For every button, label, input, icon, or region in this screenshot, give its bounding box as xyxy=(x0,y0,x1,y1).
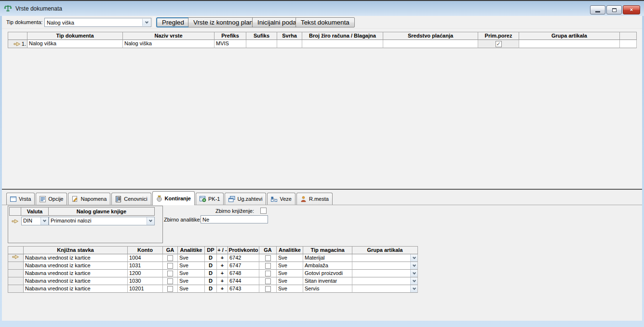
cell-tip-magacina[interactable]: Servis xyxy=(303,285,352,293)
cell-konto[interactable]: 1200 xyxy=(128,270,163,277)
cell-protivkonto[interactable]: 6747 xyxy=(228,262,259,270)
ga-checkbox[interactable] xyxy=(167,271,173,276)
row-selector[interactable] xyxy=(8,270,24,277)
cell-plus-minus[interactable]: + xyxy=(217,254,228,262)
cell-analitike[interactable]: Sve xyxy=(178,270,205,277)
row-selector[interactable]: 1. xyxy=(8,40,27,48)
tab-r-mesta[interactable]: R.mesta xyxy=(296,193,333,205)
cell-knjizna-stavka[interactable]: Nabavna vrednost iz kartice xyxy=(24,277,128,285)
tab-opcije[interactable]: Opcije xyxy=(36,193,67,205)
cell-tip-magacina[interactable]: Ambalaža xyxy=(303,262,352,270)
valuta-dropdown-button[interactable] xyxy=(40,217,48,225)
tekst-dokumenta-button[interactable]: Tekst dokumenta xyxy=(295,17,355,27)
cell-protivkonto[interactable]: 6748 xyxy=(228,270,259,277)
cell-knjizna-stavka[interactable]: Nabavna vrednost iz kartice xyxy=(24,285,128,293)
cell-knjizna-stavka[interactable]: Nabavna vrednost iz kartice xyxy=(24,262,128,270)
cell-analitike[interactable]: Sve xyxy=(178,277,205,285)
ga-checkbox[interactable] xyxy=(265,263,271,269)
tab-kontiranje[interactable]: Kontiranje xyxy=(152,191,195,205)
grupa-dropdown-button[interactable] xyxy=(410,285,417,292)
tip-dokumenta-dropdown-button[interactable] xyxy=(142,19,150,26)
grupa-dropdown-button[interactable] xyxy=(410,277,417,285)
tab-vrsta[interactable]: Vrsta xyxy=(6,193,35,205)
ga-checkbox[interactable] xyxy=(265,278,271,284)
ga-checkbox[interactable] xyxy=(167,278,173,284)
cell-dp[interactable]: D xyxy=(205,254,217,262)
cell-grupa-artikala[interactable] xyxy=(519,40,620,48)
cell-analitike-2[interactable]: Sve xyxy=(277,285,303,293)
cell-analitike[interactable]: Sve xyxy=(178,254,205,262)
valuta-row-selector[interactable] xyxy=(9,217,21,225)
ga-checkbox[interactable] xyxy=(265,271,271,276)
cell-konto[interactable]: 10201 xyxy=(128,285,163,293)
zbirno-knjizenje-checkbox[interactable] xyxy=(260,208,267,214)
cell-konto[interactable]: 1004 xyxy=(128,254,163,262)
cell-plus-minus[interactable]: + xyxy=(217,270,228,277)
tab-ug-zahtevi[interactable]: Ug.zahtevi xyxy=(225,193,266,205)
ga-checkbox[interactable] xyxy=(167,255,173,261)
cell-plus-minus[interactable]: + xyxy=(217,285,228,293)
cell-tip-magacina[interactable]: Sitan inventar xyxy=(303,277,352,285)
tip-dokumenta-select[interactable]: Nalog viška xyxy=(44,18,151,27)
grupa-artikala-combo[interactable] xyxy=(352,285,418,293)
ga-checkbox[interactable] xyxy=(167,286,173,292)
cell-knjizna-stavka[interactable]: Nabavna vrednost iz kartice xyxy=(24,254,128,262)
table-row[interactable]: Nabavna vrednost iz kartice 1200 Sve D +… xyxy=(8,270,418,277)
grupa-artikala-combo[interactable] xyxy=(352,254,418,262)
cell-protivkonto[interactable]: 6744 xyxy=(228,277,259,285)
grupa-dropdown-button[interactable] xyxy=(410,254,417,262)
cell-analitike-2[interactable]: Sve xyxy=(277,270,303,277)
nalog-dropdown-button[interactable] xyxy=(147,217,154,225)
cell-svrha[interactable] xyxy=(277,40,302,48)
ga-checkbox[interactable] xyxy=(167,263,173,269)
table-row[interactable]: 1. Nalog viška Nalog viška MVIS xyxy=(8,40,637,48)
table-row[interactable]: Nabavna vrednost iz kartice 10201 Sve D … xyxy=(8,285,418,293)
table-row[interactable]: Nabavna vrednost iz kartice 1031 Sve D +… xyxy=(8,262,418,270)
grupa-dropdown-button[interactable] xyxy=(410,270,417,277)
ga-checkbox[interactable] xyxy=(265,286,271,292)
table-row[interactable]: Nabavna vrednost iz kartice 1004 Sve D +… xyxy=(8,254,418,262)
cell-analitike-2[interactable]: Sve xyxy=(277,262,303,270)
table-row[interactable]: Nabavna vrednost iz kartice 1030 Sve D +… xyxy=(8,277,418,285)
cell-analitike-2[interactable]: Sve xyxy=(277,254,303,262)
cell-tip-magacina[interactable]: Materijal xyxy=(303,254,352,262)
valuta-select[interactable]: DIN xyxy=(21,217,49,225)
minimize-button[interactable] xyxy=(590,5,605,14)
tab-cenovnici[interactable]: Cenovnici xyxy=(111,193,151,205)
tab-napomena[interactable]: Napomena xyxy=(68,193,110,205)
cell-tip-dokumenta[interactable]: Nalog viška xyxy=(27,40,123,48)
grupa-artikala-combo[interactable] xyxy=(352,262,418,270)
tab-veze[interactable]: Veze xyxy=(267,193,295,205)
nalog-glavne-knjige-select[interactable]: Primanotni nalozi xyxy=(49,217,155,225)
row-selector[interactable] xyxy=(8,262,24,270)
tab-pk-1[interactable]: PK-1 xyxy=(196,193,224,205)
cell-analitike[interactable]: Sve xyxy=(178,285,205,293)
ga-checkbox[interactable] xyxy=(265,255,271,261)
valuta-data-row[interactable]: DIN Primanotni nalozi xyxy=(9,217,162,225)
titlebar[interactable]: Vrste dokumenata × xyxy=(0,0,644,16)
grupa-dropdown-button[interactable] xyxy=(410,262,417,269)
row-selector[interactable] xyxy=(8,285,24,293)
cell-knjizna-stavka[interactable]: Nabavna vrednost iz kartice xyxy=(24,270,128,277)
cell-plus-minus[interactable]: + xyxy=(217,262,228,270)
cell-dp[interactable]: D xyxy=(205,277,217,285)
grupa-artikala-combo[interactable] xyxy=(352,277,418,285)
prim-porez-checkbox[interactable] xyxy=(496,41,502,47)
cell-dp[interactable]: D xyxy=(205,262,217,270)
pregled-button[interactable]: Pregled xyxy=(156,17,190,27)
row-selector[interactable] xyxy=(8,254,24,262)
cell-sufiks[interactable] xyxy=(246,40,277,48)
grupa-artikala-combo[interactable] xyxy=(352,270,418,277)
cell-prefiks[interactable]: MVIS xyxy=(215,40,246,48)
row-selector[interactable] xyxy=(8,277,24,285)
cell-broj-ziro-racuna[interactable] xyxy=(302,40,383,48)
maximize-button[interactable] xyxy=(606,5,622,14)
cell-konto[interactable]: 1030 xyxy=(128,277,163,285)
zbirno-analitike-input[interactable] xyxy=(201,215,268,223)
cell-analitike[interactable]: Sve xyxy=(178,262,205,270)
close-button[interactable]: × xyxy=(623,5,640,14)
vrste-iz-kontnog-plana-button[interactable]: Vrste iz kontnog plana xyxy=(188,17,262,27)
cell-dp[interactable]: D xyxy=(205,285,217,293)
cell-tip-magacina[interactable]: Gotovi proizvodi xyxy=(303,270,352,277)
cell-dp[interactable]: D xyxy=(205,270,217,277)
